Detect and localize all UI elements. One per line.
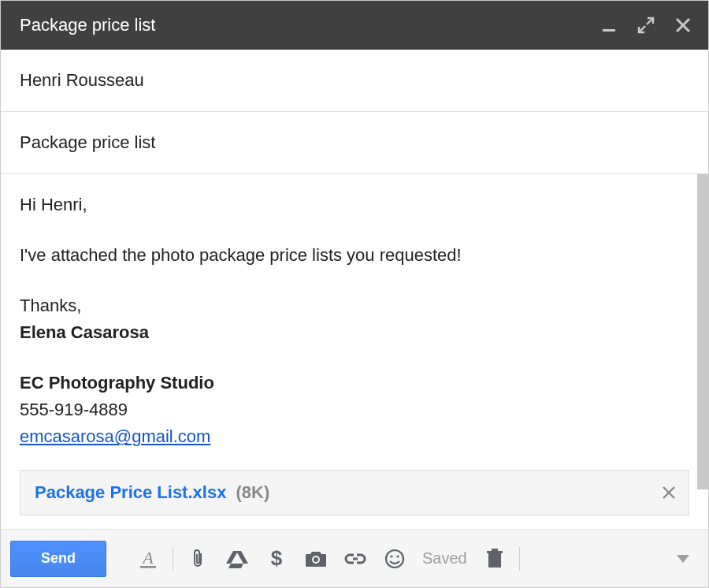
svg-point-14	[396, 555, 399, 557]
svg-rect-15	[488, 553, 501, 568]
svg-text:$: $	[271, 548, 283, 570]
photo-icon[interactable]	[296, 541, 336, 576]
attachment-chip[interactable]: Package Price List.xlsx (8K)	[20, 470, 689, 515]
minimize-icon[interactable]	[601, 17, 617, 33]
more-options-icon[interactable]	[667, 541, 699, 576]
body-line: I've attached the photo package price li…	[20, 242, 689, 269]
svg-rect-6	[140, 566, 156, 568]
svg-rect-16	[487, 551, 503, 553]
svg-text:A: A	[141, 549, 154, 568]
email-link[interactable]: emcasarosa@gmail.com	[20, 426, 210, 446]
attach-file-icon[interactable]	[178, 541, 217, 576]
toolbar-separator	[173, 547, 173, 571]
drive-icon[interactable]	[217, 541, 257, 576]
svg-point-13	[390, 555, 392, 557]
titlebar: Package price list	[1, 1, 708, 50]
emoji-icon[interactable]	[375, 541, 414, 576]
sender-name: Elena Casarosa	[20, 319, 689, 346]
scrollbar-thumb[interactable]	[697, 174, 708, 489]
headers-block: Henri Rousseau Package price list	[1, 50, 708, 174]
phone-line: 555-919-4889	[20, 396, 689, 423]
body-text: Hi Henri, I've attached the photo packag…	[20, 192, 689, 451]
formatting-icon[interactable]: A	[128, 541, 168, 576]
to-field[interactable]: Henri Rousseau	[1, 50, 708, 112]
svg-point-12	[386, 550, 403, 568]
window-controls	[601, 17, 691, 34]
company-line: EC Photography Studio	[20, 370, 689, 396]
link-icon[interactable]	[336, 541, 375, 576]
svg-rect-0	[603, 29, 615, 32]
attachment-size: (8K)	[236, 482, 270, 502]
saved-status: Saved	[422, 549, 467, 568]
close-icon[interactable]	[675, 17, 691, 33]
svg-rect-17	[492, 549, 498, 551]
greeting-line: Hi Henri,	[20, 192, 689, 218]
remove-attachment-icon[interactable]	[662, 482, 676, 503]
money-icon[interactable]: $	[257, 541, 296, 576]
attachment-name: Package Price List.xlsx	[35, 482, 226, 502]
compose-toolbar: Send A $	[1, 529, 708, 587]
thanks-line: Thanks,	[20, 292, 689, 319]
send-button[interactable]: Send	[10, 541, 106, 577]
svg-point-11	[314, 557, 318, 562]
svg-marker-7	[226, 551, 248, 564]
subject-field[interactable]: Package price list	[1, 112, 708, 174]
message-body[interactable]: Hi Henri, I've attached the photo packag…	[1, 174, 708, 529]
toolbar-separator	[519, 547, 520, 571]
attachment-label: Package Price List.xlsx (8K)	[35, 482, 269, 503]
trash-icon[interactable]	[475, 541, 514, 576]
scrollbar[interactable]	[697, 174, 708, 529]
window-title: Package price list	[20, 15, 155, 35]
svg-marker-8	[228, 564, 243, 568]
compose-window: Package price list Henri Rousseau Packag…	[0, 0, 709, 588]
expand-icon[interactable]	[637, 17, 655, 34]
svg-marker-18	[677, 555, 689, 563]
